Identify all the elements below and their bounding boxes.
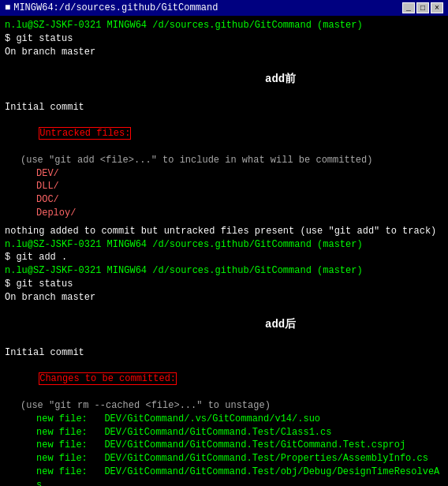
on-branch-1: On branch master [5, 46, 443, 59]
new-file-1: new file: DEV/GitCommand/.vs/GitCommand/… [5, 413, 443, 426]
prompt-line-1: n.lu@SZ-JSKF-0321 MINGW64 /d/sources.git… [5, 19, 443, 32]
annotation-after-line: add后 [5, 305, 443, 346]
initial-commit-1: Initial commit [5, 101, 443, 114]
close-button[interactable]: × [431, 2, 443, 13]
title-bar-controls[interactable]: _ □ × [402, 2, 443, 13]
nothing-msg: nothing added to commit but untracked fi… [5, 225, 443, 238]
prompt-line-2: n.lu@SZ-JSKF-0321 MINGW64 /d/sources.git… [5, 238, 443, 252]
on-branch-2: On branch master [5, 291, 443, 305]
cmd-git-status-1: $ git status [5, 32, 443, 46]
prompt-line-3: n.lu@SZ-JSKF-0321 MINGW64 /d/sources.git… [5, 264, 443, 278]
annotation-after: add后 [265, 318, 296, 331]
untracked-label-line: Untracked files: [5, 114, 443, 153]
changes-hint: (use "git rm --cached <file>..." to unst… [5, 399, 443, 413]
annotation-before-line: add前 [5, 58, 443, 100]
minimize-button[interactable]: _ [402, 2, 415, 13]
changes-label: Changes to be committed: [39, 372, 177, 385]
window-icon: ■ [5, 2, 10, 13]
title-bar-left: ■ MINGW64:/d/sources.github/GitCommand [5, 2, 218, 13]
terminal-window: ■ MINGW64:/d/sources.github/GitCommand _… [0, 0, 448, 486]
untracked-label: Untracked files: [39, 127, 131, 140]
cmd-git-add: $ git add . [5, 251, 443, 264]
changes-label-line: Changes to be committed: [5, 360, 443, 399]
untracked-file-1: DEV/ [5, 167, 443, 181]
initial-commit-2: Initial commit [5, 346, 443, 360]
new-file-3: new file: DEV/GitCommand/GitCommand.Test… [5, 439, 443, 452]
untracked-file-3: DOC/ [5, 193, 443, 207]
annotation-before: add前 [265, 73, 296, 85]
new-file-2: new file: DEV/GitCommand/GitCommand.Test… [5, 426, 443, 439]
untracked-hint: (use "git add <file>..." to include in w… [5, 154, 443, 167]
title-bar: ■ MINGW64:/d/sources.github/GitCommand _… [0, 0, 448, 16]
cmd-git-status-2: $ git status [5, 278, 443, 291]
untracked-file-2: DLL/ [5, 180, 443, 193]
terminal-body[interactable]: n.lu@SZ-JSKF-0321 MINGW64 /d/sources.git… [0, 16, 448, 486]
untracked-file-4: Deploy/ [5, 207, 443, 220]
maximize-button[interactable]: □ [416, 2, 429, 13]
new-file-4: new file: DEV/GitCommand/GitCommand.Test… [5, 452, 443, 465]
window-title: MINGW64:/d/sources.github/GitCommand [13, 2, 218, 13]
new-file-5: new file: DEV/GitCommand/GitCommand.Test… [5, 465, 443, 486]
